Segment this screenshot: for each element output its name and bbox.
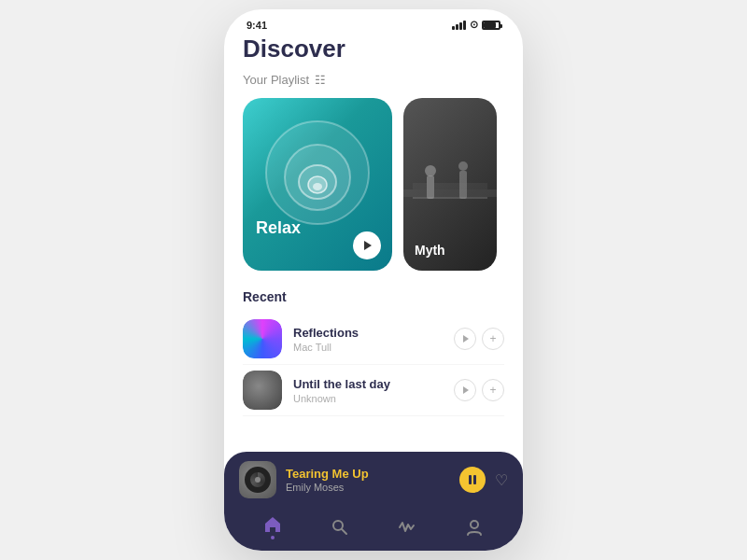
nav-activity[interactable] bbox=[398, 518, 416, 537]
nav-profile[interactable] bbox=[465, 518, 484, 537]
until-add-button[interactable]: + bbox=[482, 379, 504, 401]
plus-icon-2: + bbox=[489, 384, 496, 397]
now-playing-bar[interactable]: Tearing Me Up Emily Moses ♡ bbox=[224, 452, 523, 551]
vinyl-icon bbox=[245, 467, 271, 493]
reflections-info: Reflections Mac Tull bbox=[293, 326, 443, 353]
until-info: Until the last day Unknown bbox=[293, 377, 443, 404]
reflections-title: Reflections bbox=[293, 326, 443, 340]
until-artist: Unknown bbox=[293, 393, 443, 404]
reflections-play-button[interactable] bbox=[454, 328, 476, 350]
now-playing-artwork bbox=[239, 461, 276, 498]
until-actions: + bbox=[454, 379, 504, 401]
np-controls: ♡ bbox=[459, 467, 508, 493]
phone-container: 9:41 ⊙ Discover Your Playlist ☷ bbox=[224, 9, 523, 551]
page-title: Discover bbox=[243, 35, 504, 63]
relax-play-button[interactable] bbox=[353, 231, 381, 259]
myth-svg bbox=[403, 124, 497, 245]
until-title: Until the last day bbox=[293, 377, 443, 391]
bottom-nav bbox=[239, 508, 508, 551]
nav-active-dot bbox=[271, 536, 275, 539]
mini-play-icon-2 bbox=[463, 386, 469, 394]
recent-section: Recent Reflections Mac Tull + bbox=[243, 289, 504, 416]
filter-icon[interactable]: ☷ bbox=[315, 73, 326, 87]
wifi-icon: ⊙ bbox=[470, 19, 478, 31]
playlist-card-myth[interactable]: Myth bbox=[403, 98, 497, 271]
pause-bar-2 bbox=[473, 475, 476, 484]
track-item-until: Until the last day Unknown + bbox=[243, 365, 504, 416]
svg-line-13 bbox=[342, 529, 346, 534]
track-item-reflections: Reflections Mac Tull + bbox=[243, 314, 504, 365]
play-triangle-icon bbox=[364, 241, 372, 250]
svg-rect-9 bbox=[413, 197, 487, 199]
svg-point-6 bbox=[425, 165, 436, 176]
pause-bar-1 bbox=[469, 475, 472, 484]
mini-play-icon bbox=[463, 335, 469, 343]
nav-home[interactable] bbox=[263, 515, 282, 539]
battery-icon bbox=[482, 21, 500, 30]
nav-search[interactable] bbox=[331, 518, 349, 537]
status-icons: ⊙ bbox=[452, 19, 500, 31]
reflections-actions: + bbox=[454, 328, 504, 350]
playlist-section-header: Your Playlist ☷ bbox=[243, 73, 504, 87]
relax-label: Relax bbox=[256, 218, 301, 238]
np-title: Tearing Me Up bbox=[286, 467, 450, 481]
svg-point-4 bbox=[313, 183, 322, 190]
now-playing-info: Tearing Me Up Emily Moses bbox=[286, 467, 450, 493]
np-artist: Emily Moses bbox=[286, 482, 450, 493]
heart-icon[interactable]: ♡ bbox=[495, 471, 508, 489]
until-play-button[interactable] bbox=[454, 379, 476, 401]
search-icon bbox=[331, 518, 349, 537]
myth-label: Myth bbox=[415, 243, 445, 258]
time: 9:41 bbox=[247, 20, 267, 31]
playlist-label: Your Playlist bbox=[243, 73, 309, 87]
reflections-artist: Mac Tull bbox=[293, 342, 443, 353]
status-bar: 9:41 ⊙ bbox=[224, 9, 523, 35]
plus-icon: + bbox=[489, 332, 496, 345]
until-artwork bbox=[243, 371, 282, 410]
pause-button[interactable] bbox=[459, 467, 486, 493]
svg-rect-10 bbox=[403, 189, 497, 197]
svg-point-8 bbox=[458, 161, 468, 171]
profile-icon bbox=[465, 518, 484, 537]
activity-icon bbox=[398, 518, 416, 537]
home-icon bbox=[263, 515, 282, 534]
now-playing-content: Tearing Me Up Emily Moses ♡ bbox=[239, 461, 508, 498]
reflections-add-button[interactable]: + bbox=[482, 328, 504, 350]
signal-icon bbox=[452, 21, 466, 30]
svg-rect-11 bbox=[413, 183, 487, 189]
playlist-card-relax[interactable]: Relax bbox=[243, 98, 392, 271]
svg-point-14 bbox=[471, 521, 478, 528]
recent-label: Recent bbox=[243, 289, 504, 304]
playlist-scroll: Relax bbox=[224, 98, 523, 271]
reflections-artwork bbox=[243, 319, 282, 358]
